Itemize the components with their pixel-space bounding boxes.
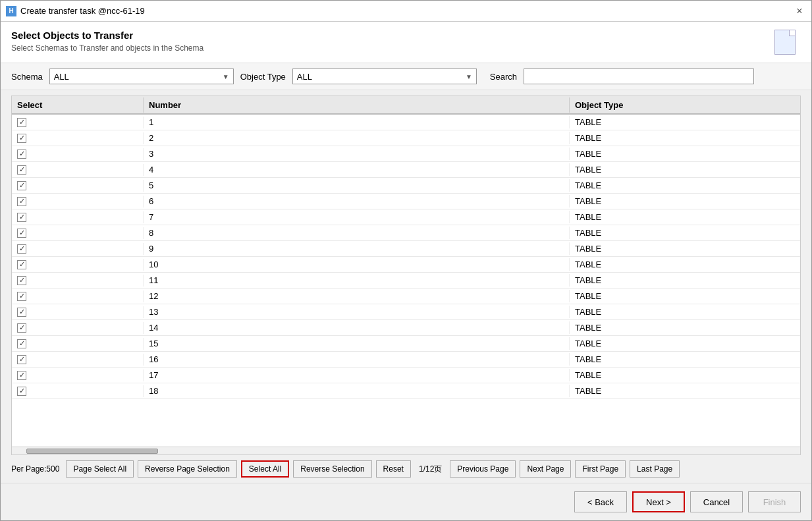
cell-select xyxy=(12,385,144,397)
cell-number: 16 xyxy=(144,353,570,366)
title-bar: H Create transfer task @ncc-61-19 × xyxy=(1,1,811,22)
previous-page-button[interactable]: Previous Page xyxy=(450,460,516,478)
cell-select xyxy=(12,290,144,302)
toolbar: Schema ALL ▼ Object Type ALL ▼ Search xyxy=(1,63,811,90)
header-icon xyxy=(774,30,801,56)
cell-select xyxy=(12,322,144,334)
table-row: 18TABLE xyxy=(12,383,800,399)
row-checkbox[interactable] xyxy=(17,150,26,159)
cell-type: TABLE xyxy=(570,385,800,397)
page-info: 1/12页 xyxy=(415,464,446,475)
cancel-button[interactable]: Cancel xyxy=(690,491,743,512)
document-icon xyxy=(774,30,796,55)
cell-type: TABLE xyxy=(570,227,800,239)
reverse-selection-button[interactable]: Reverse Selection xyxy=(293,460,371,478)
last-page-button[interactable]: Last Page xyxy=(630,460,680,478)
search-label: Search xyxy=(490,72,517,82)
back-button[interactable]: < Back xyxy=(574,491,627,512)
reset-button[interactable]: Reset xyxy=(376,460,411,478)
row-checkbox[interactable] xyxy=(17,387,26,396)
horizontal-scrollbar[interactable] xyxy=(12,447,800,454)
row-checkbox[interactable] xyxy=(17,213,26,222)
cell-number: 12 xyxy=(144,290,570,302)
schema-label: Schema xyxy=(11,72,43,82)
row-checkbox[interactable] xyxy=(17,323,26,333)
cell-type: TABLE xyxy=(570,290,800,302)
title-bar-left: H Create transfer task @ncc-61-19 xyxy=(6,6,145,16)
row-checkbox[interactable] xyxy=(17,165,26,175)
table-row: 14TABLE xyxy=(12,320,800,336)
object-type-value: ALL xyxy=(297,72,312,82)
cell-number: 18 xyxy=(144,385,570,397)
col-header-type: Object Type xyxy=(570,97,800,113)
next-page-button[interactable]: Next Page xyxy=(520,460,571,478)
cell-type: TABLE xyxy=(570,211,800,223)
cell-type: TABLE xyxy=(570,337,800,350)
cell-select xyxy=(12,370,144,381)
table-row: 17TABLE xyxy=(12,368,800,383)
cell-type: TABLE xyxy=(570,132,800,144)
table-row: 5TABLE xyxy=(12,178,800,194)
table-row: 3TABLE xyxy=(12,146,800,162)
cell-select xyxy=(12,132,144,144)
page-select-all-button[interactable]: Page Select All xyxy=(66,460,134,478)
cell-number: 9 xyxy=(144,242,570,255)
table-row: 12TABLE xyxy=(12,288,800,304)
cell-number: 1 xyxy=(144,116,570,128)
cell-number: 8 xyxy=(144,227,570,239)
cell-type: TABLE xyxy=(570,242,800,255)
header-text: Select Objects to Transfer Select Schema… xyxy=(11,30,203,53)
row-checkbox[interactable] xyxy=(17,339,26,348)
content-area: Select Number Object Type 1TABLE2TABLE3T… xyxy=(1,90,811,455)
row-checkbox[interactable] xyxy=(17,244,26,254)
scrollbar-thumb-horizontal xyxy=(26,449,158,454)
schema-value: ALL xyxy=(54,72,69,82)
row-checkbox[interactable] xyxy=(17,355,26,364)
object-type-dropdown[interactable]: ALL ▼ xyxy=(292,69,477,84)
row-checkbox[interactable] xyxy=(17,229,26,238)
cell-number: 6 xyxy=(144,195,570,207)
cell-type: TABLE xyxy=(570,116,800,128)
cell-type: TABLE xyxy=(570,258,800,271)
table-row: 15TABLE xyxy=(12,336,800,352)
cell-select xyxy=(12,354,144,366)
row-checkbox[interactable] xyxy=(17,371,26,380)
cell-number: 11 xyxy=(144,274,570,287)
row-checkbox[interactable] xyxy=(17,197,26,206)
table-row: 1TABLE xyxy=(12,115,800,130)
row-checkbox[interactable] xyxy=(17,134,26,143)
reverse-page-selection-button[interactable]: Reverse Page Selection xyxy=(138,460,237,478)
schema-dropdown[interactable]: ALL ▼ xyxy=(49,69,234,84)
search-input[interactable] xyxy=(524,69,754,84)
cell-number: 17 xyxy=(144,369,570,381)
cell-select xyxy=(12,211,144,223)
cell-select xyxy=(12,306,144,318)
table-row: 6TABLE xyxy=(12,194,800,209)
row-checkbox[interactable] xyxy=(17,308,26,317)
cell-number: 7 xyxy=(144,211,570,223)
cell-type: TABLE xyxy=(570,353,800,366)
row-checkbox[interactable] xyxy=(17,181,26,190)
table-row: 11TABLE xyxy=(12,273,800,288)
cell-type: TABLE xyxy=(570,195,800,207)
row-checkbox[interactable] xyxy=(17,276,26,285)
row-checkbox[interactable] xyxy=(17,260,26,269)
cell-select xyxy=(12,243,144,255)
main-window: H Create transfer task @ncc-61-19 × Sele… xyxy=(0,0,812,521)
select-all-button[interactable]: Select All xyxy=(241,460,289,478)
window-title: Create transfer task @ncc-61-19 xyxy=(20,6,145,16)
cell-number: 14 xyxy=(144,321,570,334)
first-page-button[interactable]: First Page xyxy=(575,460,626,478)
close-button[interactable]: × xyxy=(793,5,806,18)
table-row: 16TABLE xyxy=(12,352,800,368)
cell-number: 2 xyxy=(144,132,570,144)
next-button[interactable]: Next > xyxy=(632,491,685,512)
row-checkbox[interactable] xyxy=(17,118,26,127)
finish-button[interactable]: Finish xyxy=(748,491,801,512)
cell-number: 10 xyxy=(144,258,570,271)
row-checkbox[interactable] xyxy=(17,292,26,301)
table-row: 4TABLE xyxy=(12,162,800,178)
table-row: 9TABLE xyxy=(12,241,800,257)
table-header: Select Number Object Type xyxy=(12,96,800,115)
object-type-dropdown-arrow: ▼ xyxy=(466,73,472,80)
